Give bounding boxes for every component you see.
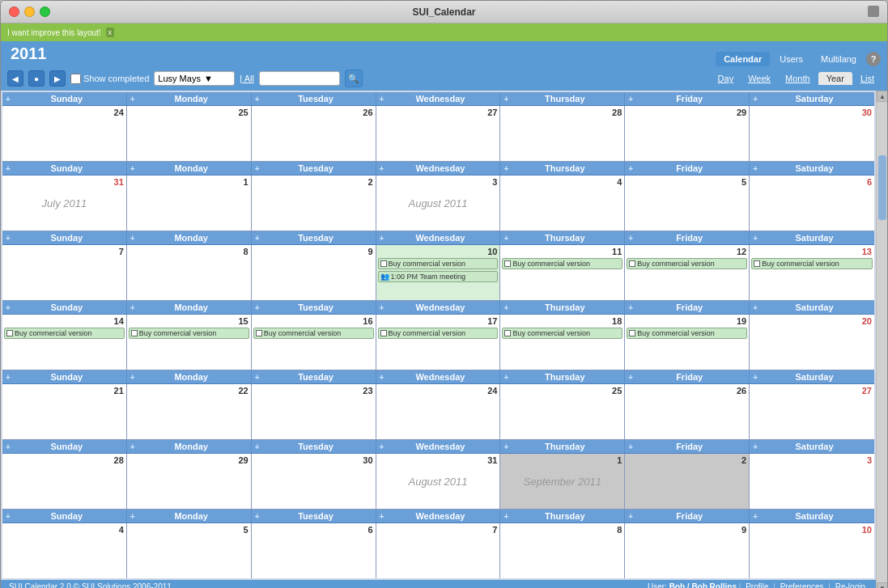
plus-icon-40[interactable]: + <box>503 442 508 451</box>
plus-icon-32[interactable]: + <box>380 373 385 382</box>
event-buy-commercial-19[interactable]: Buy commercial version <box>627 328 747 339</box>
tab-day[interactable]: Day <box>712 72 741 85</box>
plus-icon-24[interactable]: + <box>255 303 260 312</box>
plus-icon-35[interactable]: + <box>753 373 758 382</box>
event-buy-commercial-15[interactable]: Buy commercial version <box>129 328 249 339</box>
day-1-sep[interactable]: 1 September 2011 <box>500 454 625 509</box>
event-checkbox[interactable] <box>380 260 387 267</box>
plus-icon-16[interactable]: + <box>130 234 135 243</box>
day-10-sep[interactable]: 10 <box>750 523 874 578</box>
scroll-down-arrow[interactable]: ▼ <box>877 582 888 588</box>
plus-icon-31[interactable]: + <box>255 373 260 382</box>
plus-icon-13[interactable]: + <box>628 164 633 173</box>
improve-close-button[interactable]: x <box>106 27 115 37</box>
day-26-aug[interactable]: 26 <box>625 384 750 439</box>
event-team-meeting[interactable]: 👥 1:00 PM Team meeting <box>378 271 499 282</box>
plus-icon-7[interactable]: + <box>753 95 758 104</box>
day-7-aug[interactable]: 7 <box>2 245 127 300</box>
scroll-thumb[interactable] <box>878 155 886 220</box>
event-checkbox[interactable] <box>629 260 635 267</box>
tab-calendar[interactable]: Calendar <box>716 52 770 66</box>
relogin-link[interactable]: Re-login <box>835 582 865 588</box>
day-29-aug[interactable]: 29 <box>127 454 252 509</box>
day-29-jul[interactable]: 29 <box>625 106 750 161</box>
plus-icon-6[interactable]: + <box>628 95 633 104</box>
plus-icon-45[interactable]: + <box>255 512 260 521</box>
event-checkbox[interactable] <box>131 330 138 336</box>
day-15-aug[interactable]: 15 Buy commercial version <box>127 315 252 370</box>
event-checkbox[interactable] <box>6 330 13 336</box>
day-22-aug[interactable]: 22 <box>127 384 252 439</box>
day-24-jul[interactable]: 24 <box>2 106 127 161</box>
plus-icon-39[interactable]: + <box>380 442 385 451</box>
event-checkbox[interactable] <box>256 330 262 336</box>
day-5-aug[interactable]: 5 <box>625 176 750 231</box>
day-4-aug[interactable]: 4 <box>500 176 625 231</box>
window-right-control[interactable] <box>868 6 879 19</box>
plus-icon-46[interactable]: + <box>380 512 385 521</box>
next-button[interactable]: ▶ <box>49 70 66 87</box>
day-30-aug[interactable]: 30 <box>252 454 376 509</box>
plus-icon-11[interactable]: + <box>380 164 385 173</box>
day-2-sep[interactable]: 2 <box>625 454 750 509</box>
day-28-aug[interactable]: 28 <box>2 454 127 509</box>
day-2-aug[interactable]: 2 <box>252 176 376 231</box>
day-18-aug[interactable]: 18 Buy commercial version <box>500 315 625 370</box>
prev-button[interactable]: ◀ <box>7 70 23 87</box>
plus-icon[interactable]: + <box>6 95 11 104</box>
day-25-jul[interactable]: 25 <box>127 106 252 161</box>
day-31-jul[interactable]: 31 July 2011 <box>2 176 127 231</box>
all-link[interactable]: | All <box>240 74 254 83</box>
plus-icon-30[interactable]: + <box>130 373 135 382</box>
plus-icon-19[interactable]: + <box>503 234 508 243</box>
day-8-aug[interactable]: 8 <box>127 245 252 300</box>
tab-list[interactable]: List <box>854 72 881 85</box>
day-13-aug[interactable]: 13 Buy commercial version <box>750 245 874 300</box>
minimize-button[interactable] <box>24 6 35 17</box>
day-19-aug[interactable]: 19 Buy commercial version <box>625 315 750 370</box>
day-6-aug[interactable]: 6 <box>750 176 874 231</box>
day-25-aug[interactable]: 25 <box>500 384 625 439</box>
event-buy-commercial-17[interactable]: Buy commercial version <box>378 328 499 339</box>
day-20-aug[interactable]: 20 <box>750 315 874 370</box>
plus-icon-3[interactable]: + <box>255 95 260 104</box>
plus-icon-14[interactable]: + <box>753 164 758 173</box>
day-27-aug[interactable]: 27 <box>750 384 874 439</box>
plus-icon-22[interactable]: + <box>6 303 11 312</box>
day-7-sep[interactable]: 7 <box>376 523 501 578</box>
plus-icon-5[interactable]: + <box>503 95 508 104</box>
day-3-aug[interactable]: 3 August 2011 <box>376 176 501 231</box>
plus-icon-9[interactable]: + <box>130 164 135 173</box>
plus-icon-34[interactable]: + <box>628 373 633 382</box>
show-completed-label[interactable]: Show completed <box>70 74 149 84</box>
window-resize-btn[interactable] <box>868 6 879 17</box>
plus-icon-47[interactable]: + <box>503 512 508 521</box>
day-12-aug[interactable]: 12 Buy commercial version <box>625 245 750 300</box>
day-4-sep[interactable]: 4 <box>2 523 127 578</box>
search-button[interactable]: 🔍 <box>345 70 363 87</box>
event-buy-commercial-14[interactable]: Buy commercial version <box>4 328 125 339</box>
plus-icon-26[interactable]: + <box>503 303 508 312</box>
day-23-aug[interactable]: 23 <box>252 384 376 439</box>
event-checkbox[interactable] <box>380 330 387 336</box>
plus-icon-25[interactable]: + <box>380 303 385 312</box>
plus-icon-48[interactable]: + <box>628 512 633 521</box>
maximize-button[interactable] <box>40 6 50 17</box>
event-checkbox[interactable] <box>504 330 511 336</box>
plus-icon-37[interactable]: + <box>130 442 135 451</box>
user-dropdown[interactable]: Lusy Mays ▼ <box>154 71 235 86</box>
plus-icon-44[interactable]: + <box>130 512 135 521</box>
day-1-aug[interactable]: 1 <box>127 176 252 231</box>
plus-icon-42[interactable]: + <box>753 442 758 451</box>
show-completed-checkbox[interactable] <box>70 74 81 84</box>
plus-icon-10[interactable]: + <box>255 164 260 173</box>
tab-users[interactable]: Users <box>771 52 811 66</box>
plus-icon-38[interactable]: + <box>255 442 260 451</box>
close-button[interactable] <box>9 6 19 17</box>
plus-icon-23[interactable]: + <box>130 303 135 312</box>
event-buy-commercial-10[interactable]: Buy commercial version <box>378 258 499 269</box>
day-5-sep[interactable]: 5 <box>127 523 252 578</box>
help-button[interactable]: ? <box>866 52 881 66</box>
plus-icon-33[interactable]: + <box>503 373 508 382</box>
plus-icon-27[interactable]: + <box>628 303 633 312</box>
